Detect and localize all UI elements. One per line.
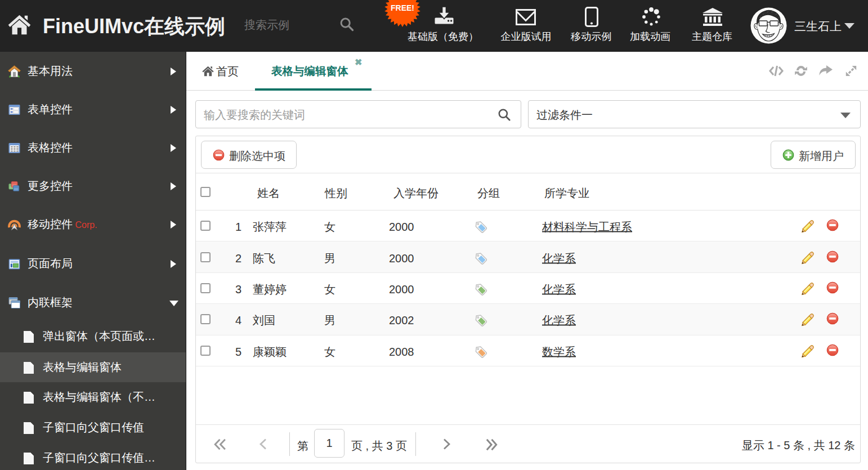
svg-text:FREE!: FREE! [391,3,414,12]
